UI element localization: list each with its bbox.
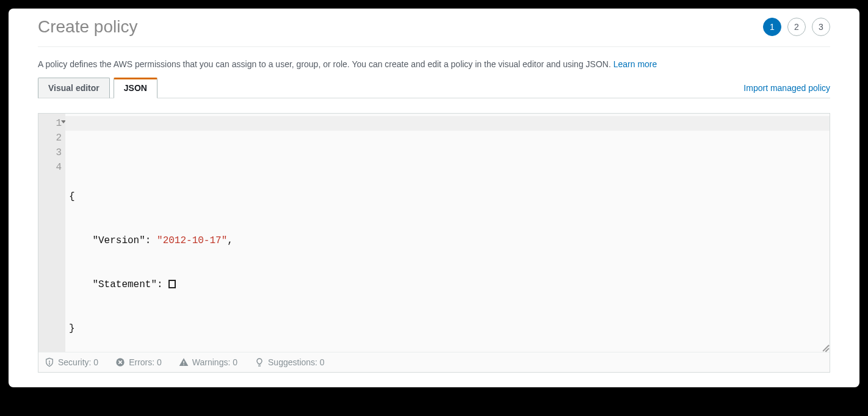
header: Create policy 1 2 3 bbox=[38, 15, 830, 37]
step-indicator: 1 2 3 bbox=[763, 18, 830, 36]
description-text: A policy defines the AWS permissions tha… bbox=[38, 59, 613, 69]
gutter-line: 1 bbox=[38, 116, 65, 131]
step-3[interactable]: 3 bbox=[812, 18, 830, 36]
create-policy-page: Create policy 1 2 3 A policy defines the… bbox=[9, 9, 859, 387]
empty-array-icon bbox=[168, 280, 176, 288]
gutter-line: 4 bbox=[38, 160, 65, 175]
active-line-highlight bbox=[65, 116, 830, 131]
json-editor[interactable]: 1 2 3 4 { "Version": "2012-10-17", "Stat… bbox=[38, 114, 830, 352]
shield-icon bbox=[45, 357, 54, 367]
tabs-row: Visual editor JSON Import managed policy bbox=[38, 78, 830, 98]
import-managed-policy-link[interactable]: Import managed policy bbox=[743, 83, 830, 93]
step-1[interactable]: 1 bbox=[763, 18, 781, 36]
code-content: { "Version": "2012-10-17", "Statement": … bbox=[69, 160, 830, 365]
gutter-line: 2 bbox=[38, 131, 65, 145]
code-line: } bbox=[69, 321, 830, 336]
policy-description: A policy defines the AWS permissions tha… bbox=[38, 59, 830, 69]
page-title: Create policy bbox=[38, 17, 137, 37]
editor-code[interactable]: { "Version": "2012-10-17", "Statement": … bbox=[65, 114, 830, 352]
code-line: { bbox=[69, 189, 830, 204]
code-line: "Statement": bbox=[69, 277, 830, 292]
editor-tabs: Visual editor JSON bbox=[38, 78, 157, 98]
code-line: "Version": "2012-10-17", bbox=[69, 233, 830, 248]
learn-more-link[interactable]: Learn more bbox=[613, 59, 657, 69]
svg-point-1 bbox=[49, 363, 49, 364]
step-2[interactable]: 2 bbox=[787, 18, 806, 36]
divider bbox=[38, 46, 830, 47]
json-editor-container: 1 2 3 4 { "Version": "2012-10-17", "Stat… bbox=[38, 113, 830, 373]
tab-json[interactable]: JSON bbox=[114, 78, 157, 98]
gutter-line: 3 bbox=[38, 145, 65, 160]
resize-handle-icon[interactable] bbox=[820, 342, 828, 351]
editor-gutter: 1 2 3 4 bbox=[38, 114, 65, 352]
tab-visual-editor[interactable]: Visual editor bbox=[38, 78, 110, 98]
